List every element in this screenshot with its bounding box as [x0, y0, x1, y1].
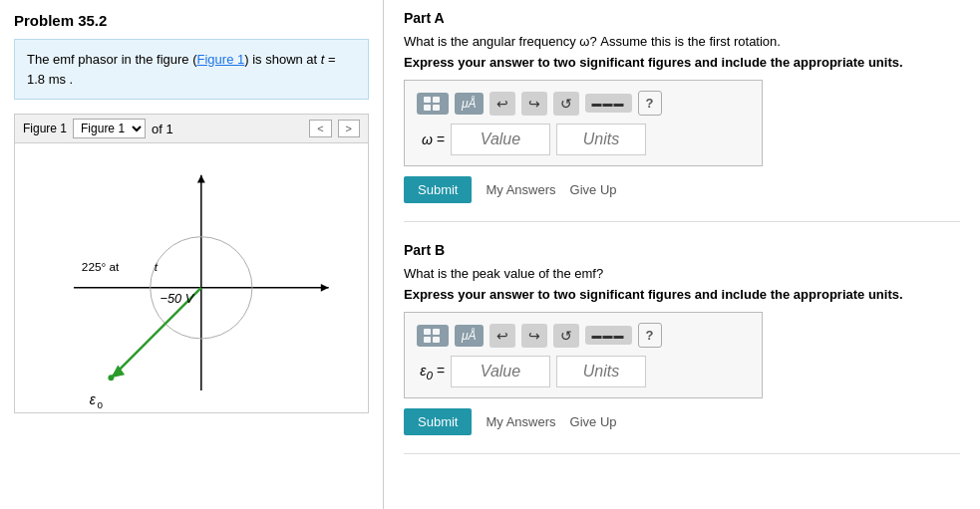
- svg-rect-17: [424, 329, 431, 335]
- part-b-mu-btn[interactable]: μÅ: [455, 325, 484, 347]
- figure-prev-btn[interactable]: <: [309, 120, 331, 137]
- part-a-value-input[interactable]: [451, 124, 550, 155]
- svg-rect-19: [424, 337, 431, 343]
- figure-canvas: −50 V 225° at t ε 0: [15, 143, 368, 412]
- figure-of-label: of 1: [152, 122, 173, 136]
- part-b-help-btn[interactable]: ?: [638, 323, 662, 348]
- part-b-units-input[interactable]: [556, 356, 646, 387]
- part-b-refresh-btn[interactable]: ↺: [553, 324, 579, 348]
- part-b-submit-btn[interactable]: Submit: [404, 408, 472, 435]
- part-a-help-btn[interactable]: ?: [638, 91, 662, 116]
- svg-rect-15: [424, 105, 431, 111]
- right-panel: Part A What is the angular frequency ω? …: [384, 0, 980, 509]
- svg-text:225° at: 225° at: [82, 260, 120, 274]
- part-b-title: Part B: [404, 242, 960, 258]
- figure-link[interactable]: Figure 1: [197, 52, 245, 67]
- svg-point-12: [108, 375, 114, 381]
- figure-container: Figure 1 Figure 1 of 1 < >: [14, 114, 369, 413]
- part-b-answer-box: μÅ ↩ ↪ ↺ ▬▬▬ ? ε0 =: [404, 312, 763, 398]
- part-a-submit-btn[interactable]: Submit: [404, 176, 472, 203]
- part-a-question: What is the angular frequency ω? Assume …: [404, 34, 960, 49]
- part-b-section: Part B What is the peak value of the emf…: [404, 242, 960, 454]
- part-a-my-answers-link[interactable]: My Answers: [486, 182, 555, 197]
- part-a-section: Part A What is the angular frequency ω? …: [404, 10, 960, 222]
- part-b-keyboard-btn[interactable]: ▬▬▬: [585, 326, 632, 345]
- part-a-grid-btn[interactable]: [417, 93, 449, 115]
- part-b-instruction: Express your answer to two significant f…: [404, 287, 960, 302]
- part-a-keyboard-btn[interactable]: ▬▬▬: [585, 94, 632, 113]
- part-a-instruction: Express your answer to two significant f…: [404, 55, 960, 70]
- part-a-mu-btn[interactable]: μÅ: [455, 93, 484, 115]
- part-b-undo-btn[interactable]: ↩: [490, 324, 515, 348]
- part-a-action-row: Submit My Answers Give Up: [404, 176, 960, 203]
- svg-marker-2: [321, 284, 329, 292]
- part-b-my-answers-link[interactable]: My Answers: [486, 414, 555, 429]
- part-b-question: What is the peak value of the emf?: [404, 266, 960, 281]
- part-b-epsilon-label: ε0 =: [417, 363, 445, 382]
- svg-text:ε: ε: [90, 392, 97, 407]
- part-a-give-up-link[interactable]: Give Up: [570, 182, 617, 197]
- part-a-redo-btn[interactable]: ↪: [521, 92, 547, 116]
- figure-select[interactable]: Figure 1: [73, 119, 146, 138]
- left-panel: Problem 35.2 The emf phasor in the figur…: [0, 0, 384, 509]
- svg-rect-14: [433, 97, 440, 103]
- svg-marker-3: [197, 175, 205, 183]
- part-b-input-row: ε0 =: [417, 356, 750, 387]
- part-a-omega-label: ω =: [417, 131, 445, 147]
- figure-svg: −50 V 225° at t ε 0: [15, 143, 368, 412]
- svg-rect-20: [433, 337, 440, 343]
- figure-header: Figure 1 Figure 1 of 1 < >: [15, 115, 368, 143]
- part-a-refresh-btn[interactable]: ↺: [553, 92, 579, 116]
- svg-rect-16: [433, 105, 440, 111]
- desc-part1: The emf phasor in the figure (: [27, 52, 197, 67]
- part-b-grid-btn[interactable]: [417, 325, 449, 347]
- part-b-give-up-link[interactable]: Give Up: [570, 414, 617, 429]
- part-a-input-row: ω =: [417, 124, 750, 155]
- part-a-toolbar: μÅ ↩ ↪ ↺ ▬▬▬ ?: [417, 91, 750, 116]
- svg-text:0: 0: [98, 399, 104, 410]
- svg-rect-13: [424, 97, 431, 103]
- svg-text:−50 V: −50 V: [161, 291, 195, 306]
- part-b-toolbar: μÅ ↩ ↪ ↺ ▬▬▬ ?: [417, 323, 750, 348]
- figure-next-btn[interactable]: >: [338, 120, 360, 137]
- part-b-value-input[interactable]: [451, 356, 550, 387]
- problem-title: Problem 35.2: [14, 12, 369, 29]
- svg-rect-18: [433, 329, 440, 335]
- problem-description: The emf phasor in the figure (Figure 1) …: [14, 39, 369, 100]
- desc-part2: ) is shown at: [244, 52, 321, 67]
- part-b-redo-btn[interactable]: ↪: [521, 324, 547, 348]
- part-a-title: Part A: [404, 10, 960, 26]
- figure-label: Figure 1: [23, 122, 67, 135]
- part-a-units-input[interactable]: [556, 124, 646, 155]
- part-a-answer-box: μÅ ↩ ↪ ↺ ▬▬▬ ? ω =: [404, 80, 763, 166]
- part-a-undo-btn[interactable]: ↩: [490, 92, 515, 116]
- part-b-action-row: Submit My Answers Give Up: [404, 408, 960, 435]
